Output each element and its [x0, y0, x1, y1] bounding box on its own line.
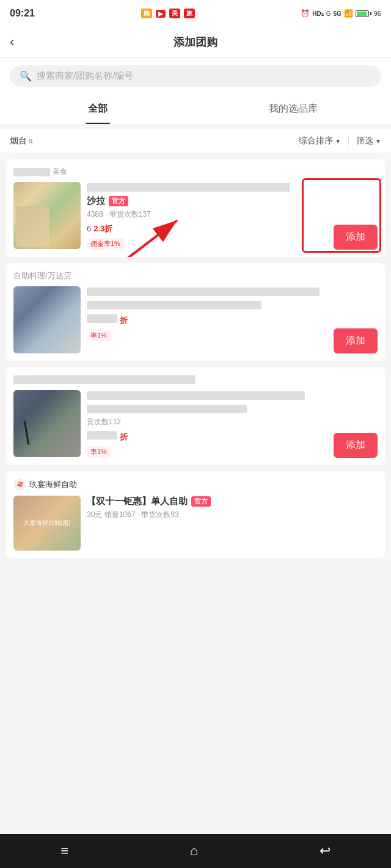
app-icon-3: 美 — [169, 9, 180, 18]
item-category-3 — [13, 374, 378, 385]
status-icons: 购 ▶ 美 旅 — [141, 9, 195, 18]
price-blur — [87, 314, 117, 323]
restaurant-header: 🍣 玖宴海鲜自助 — [13, 479, 378, 491]
status-right: ⏰ HD₂ G 5G 📶 96 — [301, 9, 381, 18]
signal-icon: G — [326, 10, 331, 17]
item-image-1 — [13, 182, 81, 249]
sort-button[interactable]: 综合排序 ▼ — [299, 136, 341, 146]
add-button-3[interactable]: 添加 — [334, 433, 378, 458]
status-bar: 09:21 购 ▶ 美 旅 ⏰ HD₂ G 5G 📶 96 — [0, 0, 391, 27]
home-nav-icon[interactable]: ⌂ — [190, 843, 198, 859]
search-container: 🔍 搜索商家/团购名称/编号 — [0, 58, 391, 94]
filter-location[interactable]: 烟台 ⇅ — [10, 136, 33, 146]
tabs: 全部 我的选品库 — [0, 94, 391, 125]
item-blur-1 — [87, 288, 320, 296]
back-button[interactable]: ‹ — [10, 34, 14, 50]
item-card-3: 贡次数112 折 率1% 添加 — [6, 367, 385, 465]
item-row-1: 沙拉 官方 4388 · 带货次数137 6 2.3折 佣金率1% 添加 — [13, 182, 378, 250]
price-blur-3 — [87, 431, 117, 439]
hd-icon: HD₂ — [312, 10, 323, 17]
item-row-4: 久宴海鲜自助(霜) 【双十一钜惠】单人自助 官方 30元 销量1067 · 带货… — [13, 496, 378, 551]
filter-bar: 烟台 ⇅ 综合排序 ▼ 筛选 ▼ — [0, 129, 391, 153]
app-icon-2: ▶ — [156, 10, 166, 18]
tab-all[interactable]: 全部 — [0, 94, 196, 124]
header: ‹ 添加团购 — [0, 27, 391, 58]
wifi-icon: 📶 — [344, 9, 353, 18]
filter-arrow-icon: ▼ — [375, 138, 381, 145]
item-blur-3b — [87, 405, 247, 413]
item-card-4: 🍣 玖宴海鲜自助 久宴海鲜自助(霜) 【双十一钜惠】单人自助 官方 30元 销量… — [6, 471, 385, 558]
item-blur-top — [87, 183, 290, 192]
item-discount-1: 2.3折 — [93, 223, 112, 234]
item-info-4: 【双十一钜惠】单人自助 官方 30元 销量1067 · 带货次数93 — [87, 496, 378, 551]
search-box[interactable]: 🔍 搜索商家/团购名称/编号 — [10, 65, 381, 87]
item-meta-1: 4388 · 带货次数137 — [87, 209, 378, 220]
item-category-1: 美食 — [13, 167, 378, 177]
app-icon-4: 旅 — [184, 9, 195, 18]
item-price-1: 6 — [87, 224, 91, 233]
menu-nav-icon[interactable]: ≡ — [60, 843, 68, 859]
item-category-2: 自助料理/万达店 — [13, 270, 378, 281]
item-meta-4: 30元 销量1067 · 带货次数93 — [87, 510, 378, 520]
item-discount-2: 折 — [120, 315, 128, 326]
battery-indicator — [356, 10, 371, 17]
official-badge-1: 官方 — [109, 196, 128, 206]
item-row-3: 贡次数112 折 率1% 添加 — [13, 390, 378, 458]
item-title-4: 【双十一钜惠】单人自助 官方 — [87, 496, 378, 507]
bottom-spacer — [0, 564, 391, 604]
item-image-2 — [13, 286, 81, 353]
item-row-2: 折 率1% 添加 — [13, 286, 378, 353]
back-nav-icon[interactable]: ↩ — [320, 843, 331, 859]
item-card-2: 自助料理/万达店 折 率1% 添加 — [6, 263, 385, 361]
item-meta-3: 贡次数112 — [87, 417, 378, 427]
item-price-row-2: 折 — [87, 314, 378, 326]
item-image-4: 久宴海鲜自助(霜) — [13, 496, 81, 551]
add-button-1[interactable]: 添加 — [334, 225, 378, 250]
restaurant-name: 玖宴海鲜自助 — [29, 479, 77, 490]
filter-button[interactable]: 筛选 ▼ — [356, 136, 381, 146]
location-arrow-icon: ⇅ — [28, 138, 33, 145]
status-time: 09:21 — [10, 8, 35, 19]
content-area: 美食 沙拉 官方 4388 · 带货次数137 6 2.3折 — [0, 153, 391, 564]
item-blur-2 — [87, 301, 261, 309]
add-button-2[interactable]: 添加 — [334, 328, 378, 353]
filter-divider — [348, 137, 349, 145]
alarm-icon: ⏰ — [301, 9, 310, 18]
search-input[interactable]: 搜索商家/团购名称/编号 — [37, 70, 133, 82]
battery-text: 96 — [374, 10, 381, 17]
app-icon-1: 购 — [141, 9, 152, 18]
item-image-3 — [13, 390, 81, 457]
item-card-1: 美食 沙拉 官方 4388 · 带货次数137 6 2.3折 — [6, 159, 385, 257]
sort-arrow-icon: ▼ — [335, 138, 341, 145]
item-blur-3a — [87, 391, 305, 400]
tab-my-products[interactable]: 我的选品库 — [196, 94, 391, 124]
official-badge-4: 官方 — [191, 496, 211, 507]
item-discount-3: 折 — [120, 432, 128, 443]
bottom-navigation: ≡ ⌂ ↩ — [0, 834, 391, 868]
page-title: 添加团购 — [174, 35, 217, 49]
item-title-1: 沙拉 官方 — [87, 195, 378, 207]
restaurant-icon: 🍣 — [13, 479, 26, 491]
category-blur — [13, 375, 196, 384]
5g-icon: 5G — [333, 10, 341, 17]
search-icon: 🔍 — [20, 70, 32, 82]
